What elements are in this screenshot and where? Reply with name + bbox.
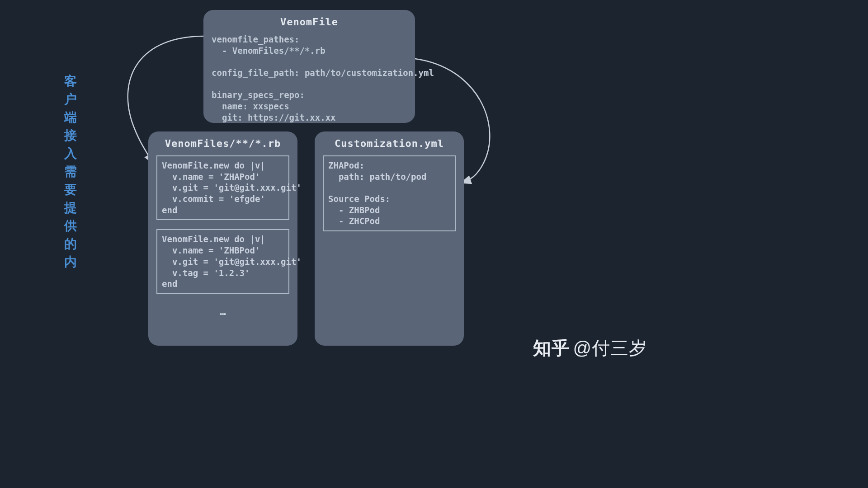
- diagram-stage: 客 户 端 接 入 需 要 提 供 的 内 VenomFile venomfil…: [0, 0, 658, 369]
- panel-customization-yml: Customization.yml ZHAPod: path: path/to/…: [315, 131, 464, 346]
- panel-body: venomfile_pathes: - VenomFiles/**/*.rb c…: [212, 34, 407, 123]
- panel-title: Customization.yml: [323, 138, 456, 149]
- panel-venomfile: VenomFile venomfile_pathes: - VenomFiles…: [203, 10, 415, 123]
- panel-title: VenomFile: [212, 16, 407, 28]
- ellipsis: …: [156, 306, 289, 317]
- panel-rb-files: VenomFiles/**/*.rb VenomFile.new do |v| …: [148, 131, 297, 346]
- code-block: VenomFile.new do |v| v.name = 'ZHBPod' v…: [156, 229, 289, 294]
- watermark: 知乎@付三岁: [533, 336, 647, 361]
- side-vertical-label: 客 户 端 接 入 需 要 提 供 的 内: [63, 72, 78, 271]
- code-block: VenomFile.new do |v| v.name = 'ZHAPod' v…: [156, 155, 289, 220]
- code-block: ZHAPod: path: path/to/pod Source Pods: -…: [323, 155, 456, 231]
- watermark-author: @付三岁: [573, 338, 647, 358]
- panel-title: VenomFiles/**/*.rb: [156, 138, 289, 149]
- watermark-brand: 知乎: [533, 338, 570, 358]
